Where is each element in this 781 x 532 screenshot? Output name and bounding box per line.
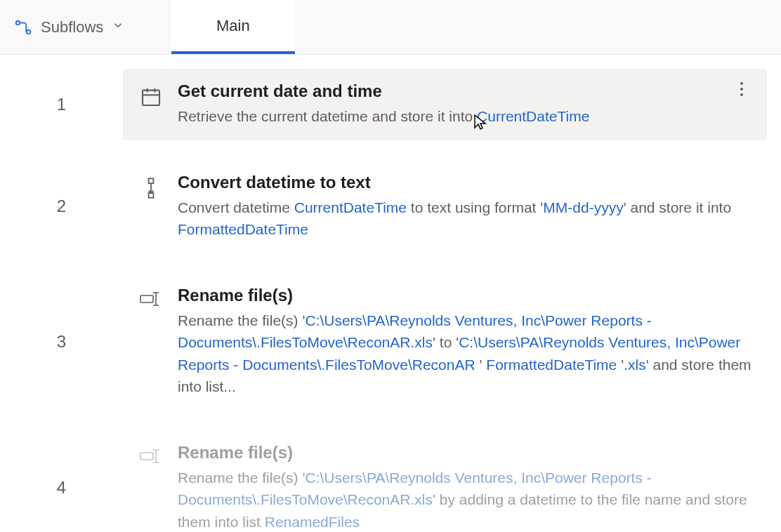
rename-file-icon	[138, 443, 164, 465]
rename-file-icon	[138, 286, 164, 308]
tab-label: Main	[216, 17, 250, 35]
variable-ref: FormattedDateTime	[486, 357, 617, 373]
variable-ref: CurrentDateTime	[294, 199, 407, 215]
desc-text: Convert datetime	[178, 199, 294, 215]
toolbar: Subflows Main	[0, 0, 781, 55]
variable-ref: FormattedDateTime	[178, 221, 308, 237]
svg-point-0	[16, 20, 20, 24]
step-body: Rename file(s) Rename the file(s) 'C:\Us…	[178, 443, 752, 533]
desc-text: Rename the file(s) '	[178, 470, 305, 486]
desc-text: ' and store it into	[624, 199, 731, 215]
step-body: Get current date and time Retrieve the c…	[178, 81, 718, 128]
subflows-label: Subflows	[41, 18, 103, 36]
step-row: 4 Rename file(s) Rename the file(s) 'C:\…	[0, 430, 767, 533]
line-number: 3	[0, 273, 123, 411]
subflows-dropdown[interactable]: Subflows	[0, 0, 171, 54]
step-row: 1 Get current date and time Retrieve the…	[0, 69, 767, 140]
svg-rect-2	[143, 91, 159, 105]
desc-text: Retrieve the current datetime and store …	[178, 108, 477, 124]
step-row: 2 Convert datetime to text Convert datet…	[0, 160, 767, 253]
desc-text: ' to '	[433, 334, 459, 350]
desc-text: Rename the file(s) '	[178, 312, 305, 328]
svg-point-1	[27, 29, 30, 33]
step-convert-datetime[interactable]: Convert datetime to text Convert datetim…	[123, 160, 767, 253]
step-title: Rename file(s)	[178, 286, 752, 305]
calendar-clock-icon	[138, 81, 164, 108]
desc-text: '	[617, 357, 624, 373]
svg-point-8	[740, 93, 743, 96]
step-get-datetime[interactable]: Get current date and time Retrieve the c…	[123, 69, 767, 140]
step-rename-files-disabled[interactable]: Rename file(s) Rename the file(s) 'C:\Us…	[123, 430, 767, 533]
flow-steps: 1 Get current date and time Retrieve the…	[0, 69, 781, 532]
text-convert-icon	[138, 173, 164, 199]
step-row: 3 Rename file(s) Rename the file(s) 'C:\…	[0, 273, 767, 411]
step-body: Convert datetime to text Convert datetim…	[178, 173, 752, 241]
svg-rect-12	[140, 295, 153, 302]
line-number: 2	[0, 160, 123, 253]
variable-ref: CurrentDateTime	[477, 108, 589, 124]
step-body: Rename file(s) Rename the file(s) 'C:\Us…	[178, 286, 752, 398]
svg-rect-9	[149, 178, 154, 183]
subflows-icon	[14, 18, 32, 36]
step-description: Rename the file(s) 'C:\Users\PA\Reynolds…	[178, 310, 752, 398]
step-title: Convert datetime to text	[178, 173, 752, 192]
literal-value: .xls	[624, 357, 646, 373]
step-description: Retrieve the current datetime and store …	[178, 105, 718, 128]
step-title: Get current date and time	[178, 81, 718, 101]
chevron-down-icon	[112, 19, 124, 35]
svg-point-6	[740, 82, 743, 85]
variable-ref: RenamedFiles	[265, 514, 360, 530]
desc-text: '	[480, 357, 487, 373]
line-number: 1	[0, 69, 123, 140]
literal-value: MM-dd-yyyy	[543, 199, 623, 215]
svg-point-7	[740, 88, 743, 91]
step-rename-files[interactable]: Rename file(s) Rename the file(s) 'C:\Us…	[123, 273, 767, 411]
line-number: 4	[0, 430, 123, 533]
svg-rect-16	[140, 453, 153, 460]
step-more-menu[interactable]	[732, 81, 752, 97]
step-title: Rename file(s)	[178, 443, 752, 463]
desc-text: to text using format '	[407, 199, 543, 215]
step-description: Convert datetime CurrentDateTime to text…	[178, 197, 752, 241]
step-description: Rename the file(s) 'C:\Users\PA\Reynolds…	[178, 467, 752, 533]
tab-main[interactable]: Main	[171, 0, 295, 54]
tab-bar: Main	[171, 0, 295, 54]
